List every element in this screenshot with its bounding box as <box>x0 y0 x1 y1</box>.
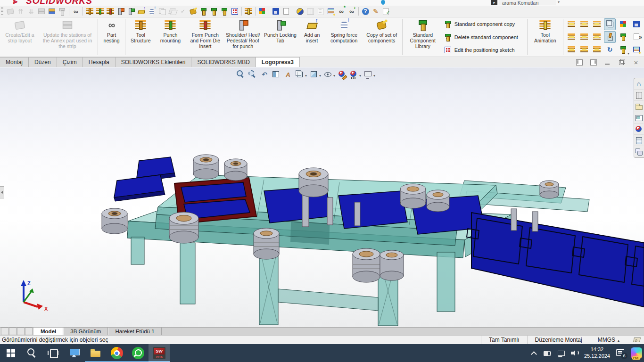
zoom-to-fit-button[interactable] <box>236 69 246 80</box>
save-table-button[interactable] <box>630 18 642 30</box>
tab-duzen[interactable]: Düzen <box>28 57 57 67</box>
copy-set-gray-icon[interactable] <box>157 6 167 16</box>
component-layout-icon[interactable] <box>326 6 336 16</box>
diagnostic-button[interactable]: ? <box>630 31 642 43</box>
toolbar-drag-handle[interactable] <box>1 7 3 16</box>
command-search-input[interactable]: arama Komutları <box>499 0 556 5</box>
add-an-insert-button[interactable]: Add an insert <box>299 18 325 56</box>
component-settings-button[interactable] <box>630 44 642 56</box>
update-annex-stations-button[interactable]: Update the stations of the Annex part us… <box>39 18 96 56</box>
annotation-view-button[interactable]: A <box>283 69 293 80</box>
taskbar-clock[interactable]: 14:32 25.12.2024 <box>584 346 610 360</box>
tab-3b-gorunum[interactable]: 3B Görünüm <box>63 328 108 335</box>
cad-model[interactable] <box>0 67 644 327</box>
design-library-tab[interactable] <box>634 90 644 101</box>
rotate-view-button[interactable]: ↻ <box>604 44 616 56</box>
tray-expand-chevron-icon[interactable] <box>529 349 538 357</box>
edit-positioning-sketch-button[interactable]: Edit the positioning sketch <box>444 46 524 54</box>
this-pc-button[interactable] <box>64 344 85 362</box>
die-view-7-button[interactable] <box>591 18 603 30</box>
tab-montaj[interactable]: Montaj <box>0 57 29 67</box>
pin-icon[interactable] <box>380 0 386 5</box>
hide-show-items-button[interactable] <box>323 69 336 80</box>
part-nesting-button[interactable]: ∞ Part nesting <box>99 18 124 56</box>
punch-gray-icon[interactable] <box>57 6 67 16</box>
tool-structure-icon[interactable] <box>84 6 95 16</box>
punch-mounting-icon[interactable] <box>95 6 105 16</box>
die-tool-gray-icon[interactable] <box>36 6 47 16</box>
options-check-icon[interactable] <box>381 6 391 16</box>
library-icon[interactable] <box>295 6 305 16</box>
apply-scene-button[interactable] <box>349 69 362 80</box>
standard-component-copy-icon[interactable] <box>209 6 219 16</box>
prev-tab-button[interactable] <box>9 328 17 335</box>
form-punch-die-insert-icon[interactable] <box>105 6 116 16</box>
die-view-6-button[interactable] <box>578 44 590 56</box>
forum-tab[interactable] <box>634 146 644 157</box>
die-view-8-button[interactable] <box>591 31 603 43</box>
shoulder-heel-icon[interactable] <box>116 6 126 16</box>
standard-component-library-button[interactable]: Standard Component Library <box>404 18 442 56</box>
edit-doc-icon[interactable]: ✎ <box>371 6 381 16</box>
appearances-tab[interactable] <box>634 123 644 135</box>
file-explorer-button[interactable] <box>85 344 106 362</box>
part-nesting-icon[interactable]: ∞ <box>71 6 81 16</box>
form-punch-die-insert-button[interactable]: Form Punch and Form Die Insert <box>186 18 224 56</box>
taskbar-search-button[interactable] <box>21 344 42 362</box>
zoom-to-area-button[interactable] <box>248 69 258 80</box>
view-palette-tab[interactable] <box>634 112 644 123</box>
previous-view-button[interactable]: ↶ <box>259 69 270 80</box>
layers-gray-icon[interactable] <box>167 6 178 16</box>
palette-icon[interactable] <box>257 6 267 16</box>
edit-component-button[interactable] <box>604 31 616 43</box>
view-settings-button[interactable] <box>363 69 376 80</box>
minimize-button[interactable] <box>603 58 613 66</box>
tab-model[interactable]: Model <box>33 328 63 335</box>
add-insert-icon[interactable] <box>136 6 147 16</box>
left-panel-collapse-tab[interactable] <box>0 186 4 198</box>
die-view-9-button[interactable] <box>591 44 603 56</box>
battery-icon[interactable] <box>543 349 552 357</box>
copy-components-icon[interactable] <box>188 6 198 16</box>
task-view-button[interactable] <box>42 344 64 362</box>
graphics-viewport[interactable]: ↶ A ⌂ Z <box>0 67 644 327</box>
status-units-mmgs[interactable]: MMGS <box>590 336 627 344</box>
spring-force-computation-button[interactable]: Spring force computation <box>325 18 363 56</box>
view-orientation-button[interactable] <box>295 69 307 80</box>
die-view-2-button[interactable] <box>565 31 577 43</box>
action-center-icon[interactable]: 6 <box>615 348 626 358</box>
close-button[interactable]: × <box>631 58 641 66</box>
search-go-icon[interactable]: ▸ <box>491 0 497 5</box>
tool-animation-button[interactable]: Tool Animation <box>529 18 561 56</box>
whatsapp-button[interactable] <box>127 344 149 362</box>
spring-force-icon[interactable] <box>147 6 157 16</box>
standard-component-icon[interactable] <box>198 6 209 16</box>
standard-component-copy-button[interactable]: Standard component copy <box>444 20 524 28</box>
tab-hareket-etudu-1[interactable]: Hareket Etüdü 1 <box>108 328 161 335</box>
tab-cizim[interactable]: Çizim <box>57 57 83 67</box>
die-view-3-button[interactable] <box>565 44 577 56</box>
move-station-up-icon[interactable]: ⇈ <box>16 6 26 16</box>
status-tam-tanimli[interactable]: Tam Tanımlı <box>481 336 527 344</box>
tab-solidworks-eklentileri[interactable]: SOLIDWORKS Eklentileri <box>115 57 192 67</box>
tag-icon[interactable] <box>633 337 641 342</box>
restore-button[interactable] <box>617 58 627 66</box>
chrome-button[interactable] <box>106 344 127 362</box>
file-explorer-tab[interactable] <box>634 101 644 112</box>
delete-standard-component-icon[interactable]: × <box>219 6 230 16</box>
die-view-1-button[interactable] <box>565 18 577 30</box>
punch-locking-tab-button[interactable]: Punch Locking Tab <box>262 18 298 56</box>
punch-mounting-button[interactable]: Punch mounting <box>155 18 187 56</box>
edit-appearance-button[interactable] <box>337 69 347 80</box>
display-style-button[interactable] <box>309 69 322 80</box>
task-pane-home-tab[interactable]: ⌂ <box>634 78 644 90</box>
save-table-icon[interactable] <box>271 6 281 16</box>
link-new-icon[interactable]: ∞ <box>336 6 347 16</box>
die-view-4-button[interactable] <box>578 18 590 30</box>
copilot-icon[interactable]: PRE <box>631 347 642 359</box>
solidworks-2016-button[interactable]: SW 2016 <box>149 344 170 362</box>
create-edit-strip-layout-button[interactable]: Create/Edit a strip layout <box>1 18 39 56</box>
tab-solidworks-mbd[interactable]: SOLIDWORKS MBD <box>191 57 256 67</box>
network-icon[interactable] <box>557 349 565 357</box>
appearance-palette-button[interactable] <box>617 18 629 30</box>
